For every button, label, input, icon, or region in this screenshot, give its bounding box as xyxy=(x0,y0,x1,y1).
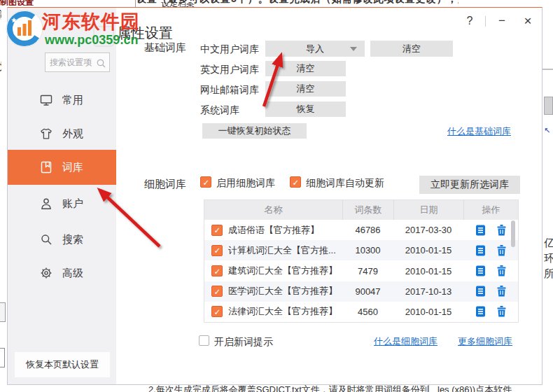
background-text-fragment: 制图设置 xyxy=(0,0,34,6)
cell-section-title: 细胞词库 xyxy=(144,178,186,191)
sidebar-item-advanced[interactable]: 高级 xyxy=(8,259,116,287)
auto-update-label: 细胞词库自动更新 xyxy=(306,177,384,190)
chinese-user-dict-label: 中文用户词库 xyxy=(200,43,259,56)
details-icon[interactable] xyxy=(475,225,486,236)
enable-cell-dict-checkbox[interactable] xyxy=(200,176,211,188)
dict-name: 成语俗语【官方推荐】 xyxy=(228,224,319,237)
sidebar-item-account[interactable]: 账户 xyxy=(8,190,116,218)
close-button[interactable]: × xyxy=(519,13,536,29)
cell-dict-table: 名称 词条数 日期 操作 成语俗语【官方推荐】 46786 2017-03-30… xyxy=(204,200,519,323)
table-row: 计算机词汇大全【官方推... 10300 2010-01-15 xyxy=(204,240,518,260)
cursor-arrow-icon: ↖ xyxy=(544,126,550,135)
url-email-dict-label: 网址邮箱词库 xyxy=(200,84,259,97)
basic-section-title: 基础词库 xyxy=(144,41,186,55)
dict-name: 医学词汇大全【官方推荐】 xyxy=(228,285,337,298)
search-icon xyxy=(97,58,106,71)
details-icon[interactable] xyxy=(475,265,486,276)
update-selected-dicts-button[interactable]: 立即更新所选词库 xyxy=(419,176,520,194)
monitor-icon xyxy=(39,93,53,107)
settings-search-box xyxy=(45,52,110,72)
dict-count: 46786 xyxy=(342,225,393,235)
dialog-title: 属性设置 xyxy=(117,24,173,43)
sidebar-item-appearance[interactable]: 外观 xyxy=(8,120,116,148)
sidebar-item-lexicon[interactable]: 词库 xyxy=(8,150,116,185)
delete-icon[interactable] xyxy=(496,265,507,276)
background-text-fragment: 战 xyxy=(0,60,1,73)
dict-name: 计算机词汇大全【官方推... xyxy=(228,244,336,257)
delete-icon[interactable] xyxy=(496,306,507,317)
details-icon[interactable] xyxy=(475,306,486,317)
enable-cell-dict-label: 启用细胞词库 xyxy=(216,177,275,190)
dict-count: 10300 xyxy=(342,245,393,255)
dict-date: 2010-01-15 xyxy=(393,266,463,276)
delete-icon[interactable] xyxy=(496,286,507,297)
settings-dialog: 常用 外观 词库 账户 搜索 xyxy=(7,7,542,385)
details-icon[interactable] xyxy=(475,245,486,256)
background-fragment xyxy=(544,97,553,115)
background-fragment xyxy=(0,302,6,322)
table-row: 医学词汇大全【官方推荐】 90047 2017-10-13 xyxy=(204,281,518,302)
background-text-fragment: 亿 xyxy=(544,237,553,249)
header-count: 词条数 xyxy=(342,200,393,220)
delete-icon[interactable] xyxy=(496,225,507,236)
minimize-button[interactable]: − xyxy=(493,13,510,29)
dict-date: 2017-03-30 xyxy=(393,225,463,235)
dict-count: 90047 xyxy=(342,286,393,297)
reset-page-defaults-button[interactable]: 恢复本页默认设置 xyxy=(15,352,110,377)
row-checkbox[interactable] xyxy=(211,306,223,317)
background-text-fragment: 所 xyxy=(544,267,553,280)
dictionary-icon xyxy=(39,160,53,174)
titlebar-separator xyxy=(485,16,486,27)
auto-update-checkbox[interactable] xyxy=(290,176,301,188)
sidebar-item-label: 外观 xyxy=(62,127,83,141)
restore-system-dict-button[interactable]: 恢复 xyxy=(265,102,346,117)
background-text-fragment: 环 xyxy=(544,252,553,265)
sidebar-item-label: 高级 xyxy=(62,267,83,280)
new-word-hint-checkbox[interactable] xyxy=(199,335,209,346)
shirt-icon xyxy=(39,127,53,141)
row-checkbox[interactable] xyxy=(211,286,223,297)
more-cell-dicts-link[interactable]: 更多细胞词库 xyxy=(458,335,512,348)
dict-date: 2010-01-15 xyxy=(393,307,463,317)
sidebar-item-label: 账户 xyxy=(62,197,83,211)
table-header: 名称 词条数 日期 操作 xyxy=(204,200,518,220)
sidebar-item-search[interactable]: 搜索 xyxy=(8,225,116,253)
sidebar-item-label: 搜索 xyxy=(62,233,83,246)
background-text-fragment: 输 xyxy=(0,8,1,21)
chevron-down-icon xyxy=(350,47,357,51)
import-label: 导入 xyxy=(306,43,324,55)
import-dropdown-button[interactable]: 导入 xyxy=(265,41,365,57)
english-user-dict-label: 英文用户词库 xyxy=(200,64,259,76)
clear-english-dict-button[interactable]: 清空 xyxy=(265,61,346,76)
delete-icon[interactable] xyxy=(496,245,507,256)
user-icon xyxy=(39,197,53,211)
row-checkbox[interactable] xyxy=(211,265,223,276)
row-checkbox[interactable] xyxy=(211,225,223,236)
gear-icon xyxy=(39,266,53,280)
clear-chinese-dict-button[interactable]: 清空 xyxy=(370,41,453,57)
search-input[interactable] xyxy=(50,53,94,71)
search-icon xyxy=(39,232,53,246)
background-fragment xyxy=(542,69,553,70)
sidebar-item-common[interactable]: 常用 xyxy=(8,86,116,114)
dict-name: 法律词汇大全【官方推荐】 xyxy=(228,305,337,318)
header-ops: 操作 xyxy=(463,200,518,220)
sidebar-item-label: 词库 xyxy=(62,161,83,174)
header-name: 名称 xyxy=(204,200,342,220)
table-scrollbar[interactable] xyxy=(511,220,515,247)
background-fragment xyxy=(0,348,5,368)
table-row: 建筑词汇大全【官方推荐】 7479 2010-01-15 xyxy=(204,260,518,281)
what-is-basic-dict-link[interactable]: 什么是基础词库 xyxy=(447,125,511,138)
new-word-hint-label: 开启新词提示 xyxy=(214,336,273,349)
what-is-cell-dict-link[interactable]: 什么是细胞词库 xyxy=(374,335,438,348)
reset-all-button[interactable]: 一键恢复初始状态 xyxy=(202,123,307,139)
background-divider xyxy=(135,0,136,7)
row-checkbox[interactable] xyxy=(211,245,223,256)
details-icon[interactable] xyxy=(475,286,486,297)
background-text-fragment: 设定档案 xyxy=(161,2,203,7)
sidebar: 常用 外观 词库 账户 搜索 xyxy=(8,8,116,384)
app-icon xyxy=(93,26,114,47)
clear-url-dict-button[interactable]: 清空 xyxy=(265,81,346,97)
help-button[interactable]: ? xyxy=(461,13,478,29)
sidebar-item-label: 常用 xyxy=(62,94,83,107)
